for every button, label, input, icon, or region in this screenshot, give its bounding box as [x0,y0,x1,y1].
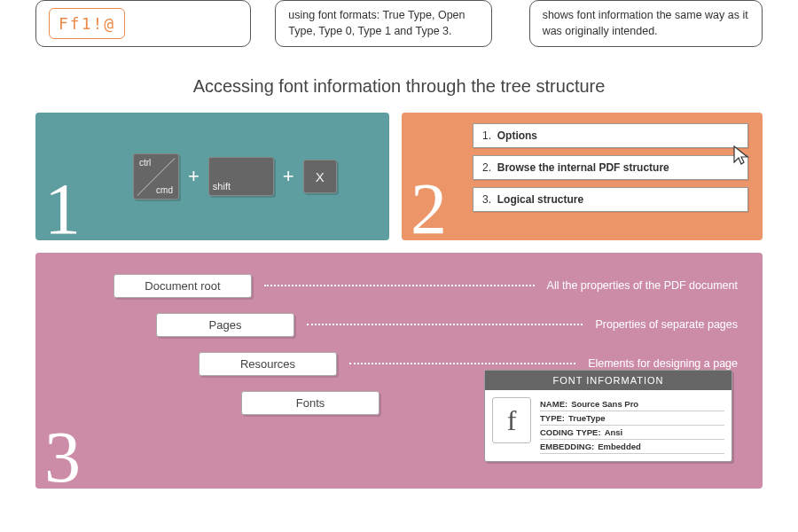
menu-item-browse[interactable]: 2. Browse the internal PDF structure [473,155,748,180]
cursor-icon [732,145,752,168]
info-box-formats: using font formats: True Type, Open Type… [275,0,491,47]
tree-row: Document root All the properties of the … [113,272,738,299]
key-shift: shift [208,157,274,196]
tree-node-resources[interactable]: Resources [199,352,337,376]
font-sample: Ff1!@ [49,8,125,39]
tree-desc: Properties of separate pages [595,318,738,331]
key-ctrl-cmd: ctrl cmd [133,153,179,200]
menu-item-logical[interactable]: 3. Logical structure [473,187,748,212]
font-properties: NAME:Source Sans Pro TYPE:TrueType CODIN… [540,397,724,454]
font-glyph-icon: f [492,397,531,443]
tree-node-root[interactable]: Document root [113,274,252,298]
step-3-panel: 3 Document root All the properties of th… [35,253,763,489]
tree-node-pages[interactable]: Pages [156,313,294,337]
step-1-panel: 1 ctrl cmd + shift + X [35,113,389,240]
info-box-sample: Ff1!@ [35,0,251,47]
key-x: X [303,160,337,193]
step-number: 3 [44,416,81,499]
step-2-panel: 2 1. Options 2. Browse the internal PDF … [402,113,763,240]
tree-node-fonts[interactable]: Fonts [241,391,379,415]
info-box-display: shows font information the same way as i… [529,0,763,47]
step-number: 2 [411,168,447,251]
tree-desc: All the properties of the PDF document [547,279,738,292]
keyboard-shortcut: ctrl cmd + shift + X [133,153,337,200]
font-info-card: FONT INFORMATION f NAME:Source Sans Pro … [484,370,732,462]
card-title: FONT INFORMATION [485,371,732,390]
menu-item-options[interactable]: 1. Options [473,123,748,148]
tree-desc: Elements for designing a page [588,357,738,370]
plus-icon: + [188,165,200,188]
menu-list: 1. Options 2. Browse the internal PDF st… [473,123,748,212]
section-heading: Accessing font information through the t… [0,76,798,97]
tree-row: Pages Properties of separate pages [113,311,738,338]
step-number: 1 [44,168,81,251]
plus-icon: + [283,165,294,188]
